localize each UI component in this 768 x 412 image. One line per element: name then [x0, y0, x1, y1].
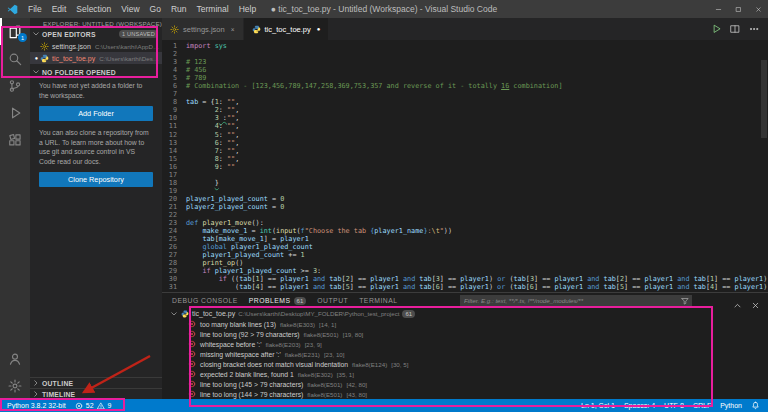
- vscode-logo-icon: [7, 4, 18, 15]
- code-text: player1_played_count += 1: [186, 251, 305, 259]
- error-icon: [188, 350, 196, 358]
- clone-help-text: You can also clone a repository from a U…: [39, 128, 153, 166]
- run-button[interactable]: [711, 20, 721, 38]
- indentation-status[interactable]: Spaces: 4: [624, 402, 655, 409]
- editor-scrollbar[interactable]: [761, 60, 767, 138]
- panel-tab-problems[interactable]: PROBLEMS61: [249, 293, 306, 308]
- tab-modified-dot[interactable]: ●: [317, 26, 321, 32]
- activity-account[interactable]: [0, 345, 30, 372]
- line-number: 15: [162, 155, 186, 163]
- problem-position: [35, 1]: [337, 371, 354, 378]
- run-icon: [711, 24, 721, 34]
- activity-explorer[interactable]: 1: [0, 18, 30, 45]
- menu-selection[interactable]: Selection: [71, 0, 116, 18]
- more-actions-button[interactable]: [749, 20, 759, 38]
- code-line: 16 9: "": [162, 163, 768, 171]
- line-number: 26: [162, 243, 186, 251]
- tab-settings.json[interactable]: settings.json×: [162, 18, 244, 40]
- code-text: (tab[4] == player1 and tab[5] == player1…: [186, 283, 768, 291]
- close-panel-button[interactable]: [751, 296, 760, 314]
- timeline-section-header[interactable]: TIMELINE: [30, 388, 162, 399]
- code-line: 17: [162, 171, 768, 179]
- no-folder-text: You have not yet added a folder to the w…: [39, 81, 153, 100]
- problem-source: flake8(E124): [352, 361, 387, 368]
- menu-edit[interactable]: Edit: [47, 0, 72, 18]
- menu-view[interactable]: View: [116, 0, 144, 18]
- activity-run-debug[interactable]: [0, 99, 30, 126]
- menu-go[interactable]: Go: [145, 0, 166, 18]
- activity-extensions[interactable]: [0, 126, 30, 153]
- chevron-right-icon: [32, 390, 40, 398]
- source-control-icon: [8, 79, 22, 93]
- activity-search[interactable]: [0, 45, 30, 72]
- problem-item[interactable]: whitespace before ':'flake8(E203)[23, 9]: [162, 339, 768, 349]
- encoding-status[interactable]: UTF-8: [664, 402, 684, 409]
- line-number: 16: [162, 163, 186, 171]
- window-maximize-button[interactable]: [728, 0, 748, 18]
- code-line: 22: [162, 211, 768, 219]
- code-text: tab[make_move_1] = player1: [186, 235, 309, 243]
- clone-repository-button[interactable]: Clone Repository: [39, 172, 153, 187]
- problem-item[interactable]: line too long (145 > 79 characters)flake…: [162, 379, 768, 389]
- code-text: 3 :"",: [186, 114, 239, 122]
- chevron-right-icon: [32, 379, 40, 387]
- search-icon: [8, 52, 22, 66]
- tab-close-icon[interactable]: ×: [231, 26, 235, 33]
- problem-position: [43, 80]: [346, 391, 367, 398]
- bell-icon[interactable]: [751, 401, 760, 410]
- problem-item[interactable]: too many blank lines (13)flake8(E303)[14…: [162, 319, 768, 329]
- open-editor-item[interactable]: ●tic_toc_toe.pyC:\Users\karthi\Desktop\M…: [30, 52, 162, 64]
- no-folder-view: You have not yet added a folder to the w…: [30, 78, 162, 187]
- tab-tic_toc_toe.py[interactable]: tic_toc_toe.py●: [244, 18, 330, 40]
- panel-tab-debug-console[interactable]: DEBUG CONSOLE: [172, 293, 238, 308]
- problems-file-name: tic_toc_toe.py: [192, 310, 235, 317]
- open-editor-item[interactable]: settings.jsonC:\Users\karthi\AppData\Roa…: [30, 40, 162, 52]
- problem-item[interactable]: line too long (144 > 79 characters)flake…: [162, 389, 768, 399]
- eol-status[interactable]: CRLF: [693, 402, 711, 409]
- language-mode-status[interactable]: Python: [720, 402, 742, 409]
- code-editor[interactable]: 1import sys23# 1234# 4565# 7896# Combina…: [162, 40, 768, 291]
- activity-settings[interactable]: [0, 372, 30, 399]
- code-text: 6: "",: [186, 139, 239, 147]
- problems-file-group[interactable]: tic_toc_toe.pyC:\Users\karthi\Desktop\MY…: [162, 308, 768, 319]
- window-minimize-button[interactable]: [708, 0, 728, 18]
- panel-tab-terminal[interactable]: TERMINAL: [359, 293, 397, 308]
- problem-item[interactable]: expected 2 blank lines, found 1flake8(E3…: [162, 369, 768, 379]
- code-line: 8tab = {1: "",: [162, 98, 768, 106]
- maximize-icon: [735, 6, 742, 13]
- code-text: make_move_1 = int(input(f"Choose the tab…: [186, 227, 452, 235]
- chevron-down-icon: [170, 310, 178, 318]
- outline-section-header[interactable]: OUTLINE: [30, 377, 162, 388]
- add-folder-button[interactable]: Add Folder: [39, 106, 153, 121]
- problem-item[interactable]: line too long (92 > 79 characters)flake8…: [162, 329, 768, 339]
- code-line: 4# 456: [162, 66, 768, 74]
- code-line: 23def player1_move():: [162, 219, 768, 227]
- cursor-position-status[interactable]: Ln 1, Col 1: [581, 402, 615, 409]
- menu-terminal[interactable]: Terminal: [192, 0, 234, 18]
- problem-position: [30, 5]: [391, 361, 408, 368]
- open-editors-header[interactable]: OPEN EDITORS 1 UNSAVED: [30, 28, 162, 40]
- line-number: 2: [162, 50, 186, 58]
- no-folder-header[interactable]: NO FOLDER OPENED: [30, 66, 162, 78]
- code-line: 9 2: "",: [162, 106, 768, 114]
- problems-summary-status[interactable]: 52 9: [75, 402, 112, 410]
- split-editor-button[interactable]: [730, 20, 740, 38]
- activity-source-control[interactable]: [0, 72, 30, 99]
- menu-run[interactable]: Run: [166, 0, 192, 18]
- filter-icon[interactable]: [681, 297, 689, 305]
- code-line: 3# 123: [162, 58, 768, 66]
- window-close-button[interactable]: [748, 0, 768, 18]
- line-number: 25: [162, 235, 186, 243]
- menu-file[interactable]: File: [23, 0, 47, 18]
- python-interpreter-status[interactable]: Python 3.8.2 32-bit: [7, 402, 66, 409]
- problem-item[interactable]: closing bracket does not match visual in…: [162, 359, 768, 369]
- menu-help[interactable]: Help: [234, 0, 261, 18]
- editor-tabs: settings.json×tic_toc_toe.py●: [162, 18, 329, 40]
- problem-message: line too long (144 > 79 characters): [200, 391, 303, 398]
- problem-item[interactable]: missing whitespace after ':'flake8(E231)…: [162, 349, 768, 359]
- panel-header: DEBUG CONSOLEPROBLEMS61OUTPUTTERMINAL: [162, 293, 768, 308]
- panel-tab-output[interactable]: OUTPUT: [317, 293, 348, 308]
- problem-position: [42, 80]: [346, 381, 367, 388]
- problems-filter-input[interactable]: [460, 295, 681, 306]
- maximize-panel-button[interactable]: [733, 296, 742, 314]
